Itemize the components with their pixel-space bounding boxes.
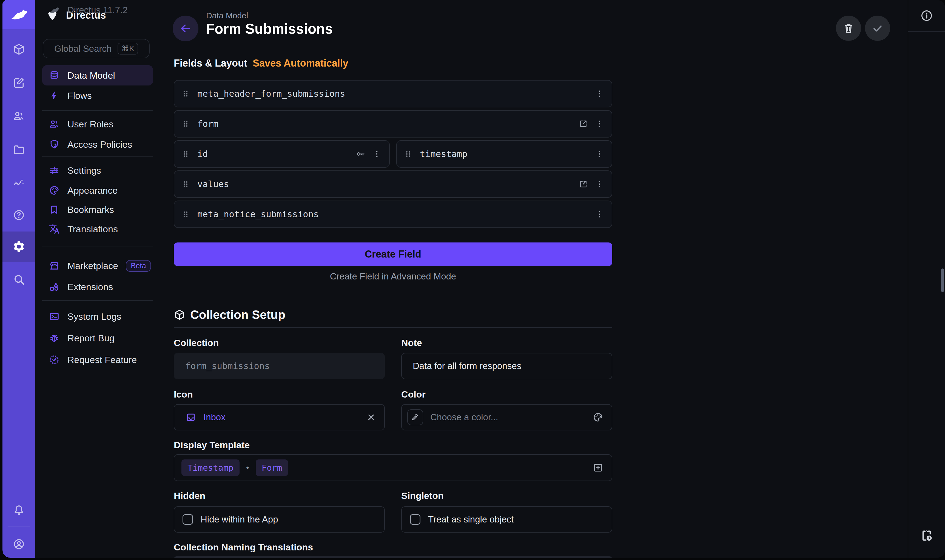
drag-handle-icon[interactable] xyxy=(181,180,190,189)
sidebar-item-request-feature[interactable]: Request Feature xyxy=(42,349,153,370)
sidebar-item-access-policies[interactable]: Access Policies xyxy=(42,134,153,154)
clear-icon-button[interactable] xyxy=(366,412,376,422)
drag-handle-icon[interactable] xyxy=(181,149,190,158)
template-chip-form[interactable]: Form xyxy=(256,460,288,476)
sidebar-item-label: Extensions xyxy=(68,282,113,292)
insights-icon xyxy=(12,176,25,189)
save-button[interactable] xyxy=(865,15,890,41)
gear-icon xyxy=(12,240,26,253)
module-users[interactable] xyxy=(3,101,35,131)
sidebar-item-label: Settings xyxy=(68,165,101,176)
version-row: Directus 11.7.2 xyxy=(42,0,153,20)
field-name: meta_header_form_submissions xyxy=(197,89,345,99)
sidebar-item-label: Appearance xyxy=(68,185,118,196)
icon-value: Inbox xyxy=(203,412,226,423)
module-help[interactable] xyxy=(3,200,35,230)
create-field-button[interactable]: Create Field xyxy=(174,243,612,266)
create-field-advanced-link[interactable]: Create Field in Advanced Mode xyxy=(174,271,612,282)
info-sidebar-button[interactable] xyxy=(908,0,945,31)
collection-value: form_submissions xyxy=(185,361,270,371)
sidebar-item-flows[interactable]: Flows xyxy=(42,86,153,106)
sidebar-item-label: Report Bug xyxy=(68,333,115,343)
color-picker-button[interactable] xyxy=(593,412,603,423)
sidebar-item-label: Flows xyxy=(68,91,92,101)
module-editor[interactable] xyxy=(3,68,35,98)
arrow-left-icon xyxy=(179,22,192,35)
delete-collection-button[interactable] xyxy=(836,15,861,41)
app-window: Data Model Form Submissions Fields & Lay… xyxy=(3,0,945,558)
field-row-form[interactable]: form xyxy=(174,110,612,137)
template-chip-timestamp[interactable]: Timestamp xyxy=(182,460,240,476)
field-row-meta-notice[interactable]: meta_notice_submissions xyxy=(174,200,612,228)
sidebar-item-report-bug[interactable]: Report Bug xyxy=(42,328,153,348)
cube-icon xyxy=(174,309,185,320)
sidebar-item-bookmarks[interactable]: Bookmarks xyxy=(42,200,153,220)
module-insights[interactable] xyxy=(3,167,35,197)
module-settings[interactable] xyxy=(3,231,35,262)
translations-interface-partial[interactable] xyxy=(174,556,612,558)
close-icon xyxy=(366,412,376,422)
sidebar-item-marketplace[interactable]: Marketplace Beta xyxy=(42,255,153,276)
back-button[interactable] xyxy=(173,15,199,42)
module-search[interactable] xyxy=(3,265,35,294)
pending-actions-icon xyxy=(919,529,934,543)
field-row-values[interactable]: values xyxy=(174,171,612,198)
color-input[interactable]: Choose a color... xyxy=(401,404,612,431)
eyedropper-swatch[interactable] xyxy=(407,409,423,425)
field-row-timestamp[interactable]: timestamp xyxy=(396,140,612,168)
kebab-menu-icon[interactable] xyxy=(595,209,604,219)
kebab-menu-icon[interactable] xyxy=(595,119,604,129)
collection-input: form_submissions xyxy=(174,353,385,379)
display-template-label: Display Template xyxy=(174,440,250,451)
sidebar-item-translations[interactable]: Translations xyxy=(42,219,153,239)
hidden-checkbox[interactable] xyxy=(183,514,193,525)
kebab-menu-icon[interactable] xyxy=(372,149,382,158)
kebab-menu-icon[interactable] xyxy=(595,89,604,98)
info-icon xyxy=(920,9,933,23)
icon-input[interactable]: Inbox xyxy=(174,404,385,431)
field-row-meta-header[interactable]: meta_header_form_submissions xyxy=(174,80,612,108)
sidebar-item-extensions[interactable]: Extensions xyxy=(42,277,153,297)
drag-handle-icon[interactable] xyxy=(181,89,190,98)
note-input[interactable]: Data for all form responses xyxy=(401,353,612,379)
activity-sidebar-button[interactable] xyxy=(908,520,945,551)
hidden-checkbox-field[interactable]: Hide within the App xyxy=(174,506,385,532)
edit-square-icon xyxy=(12,77,25,89)
hidden-checkbox-label: Hide within the App xyxy=(201,514,278,525)
module-notifications[interactable] xyxy=(3,495,35,525)
help-icon xyxy=(12,209,25,222)
sidebar-item-data-model[interactable]: Data Model xyxy=(42,65,153,86)
folder-icon xyxy=(12,143,25,156)
open-in-new-icon[interactable] xyxy=(578,119,588,129)
add-box-icon xyxy=(593,462,603,473)
bell-icon xyxy=(12,504,25,517)
drag-handle-icon[interactable] xyxy=(181,119,190,129)
module-content[interactable] xyxy=(3,34,35,65)
drag-handle-icon[interactable] xyxy=(403,149,413,158)
module-account[interactable] xyxy=(3,529,35,558)
drag-handle-icon[interactable] xyxy=(181,209,190,219)
kebab-menu-icon[interactable] xyxy=(595,149,604,158)
add-template-field-button[interactable] xyxy=(593,462,603,473)
module-files[interactable] xyxy=(3,134,35,165)
terminal-icon xyxy=(49,311,60,322)
open-in-new-icon[interactable] xyxy=(578,179,588,189)
breadcrumb[interactable]: Data Model xyxy=(206,11,248,20)
sidebar-item-user-roles[interactable]: User Roles xyxy=(42,114,153,134)
singleton-checkbox-field[interactable]: Treat as single object xyxy=(401,506,612,532)
extension-shapes-icon xyxy=(49,282,60,292)
sidebar-item-appearance[interactable]: Appearance xyxy=(42,180,153,200)
sidebar-item-label: User Roles xyxy=(68,119,114,129)
module-bar xyxy=(3,0,35,558)
display-template-input[interactable]: Timestamp • Form xyxy=(174,454,612,481)
kebab-menu-icon[interactable] xyxy=(595,180,604,189)
divider xyxy=(8,526,30,527)
global-search-input[interactable]: Global Search ⌘K xyxy=(43,39,150,58)
singleton-checkbox[interactable] xyxy=(410,514,420,525)
field-row-id[interactable]: id xyxy=(174,140,390,168)
sidebar-item-system-logs[interactable]: System Logs xyxy=(42,306,153,326)
cube-icon xyxy=(12,43,25,55)
module-logo[interactable] xyxy=(3,0,35,29)
scrollbar-thumb[interactable] xyxy=(941,269,944,292)
sidebar-item-settings[interactable]: Settings xyxy=(42,160,153,180)
